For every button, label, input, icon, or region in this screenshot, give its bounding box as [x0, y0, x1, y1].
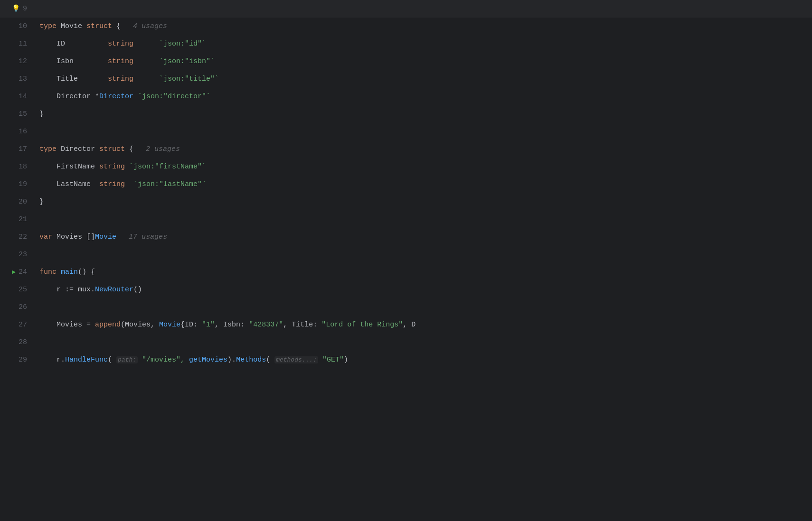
code-line: 10type Movie struct { 4 usages [0, 18, 812, 35]
code-token: Movies [52, 233, 86, 241]
code-token: Movie [95, 233, 116, 241]
code-token: `json:"title"` [159, 75, 219, 83]
code-token: struct [99, 145, 125, 153]
line-content: FirstName string `json:"firstName"` [36, 158, 812, 176]
code-token: `json:"director"` [138, 93, 210, 101]
code-token: , D [403, 321, 415, 329]
line-number: 23 [0, 246, 36, 263]
code-line: 26 [0, 298, 812, 316]
code-token: "/movies", [138, 356, 189, 364]
code-token [57, 268, 61, 276]
line-number: 27 [0, 316, 36, 334]
code-area: 💡9 10type Movie struct { 4 usages11 ID s… [0, 0, 812, 521]
code-token: Director [99, 93, 133, 101]
line-content: ID string `json:"id"` [36, 35, 812, 53]
code-line: ▶24func main() { [0, 263, 812, 281]
line-content: func main() { [36, 263, 812, 281]
code-token [133, 40, 159, 48]
code-token: Movie [159, 321, 180, 329]
line-number: 18 [0, 158, 36, 176]
code-token: string [108, 57, 133, 65]
code-token: getMovies [189, 356, 227, 364]
line-number: 20 [0, 193, 36, 211]
code-token: "Lord of the Rings" [321, 321, 403, 329]
bulb-icon: 💡 [12, 0, 20, 18]
code-editor: 💡9 10type Movie struct { 4 usages11 ID s… [0, 0, 812, 521]
code-token: FirstName [39, 163, 99, 171]
code-token: 4 usages [124, 22, 167, 30]
code-token: { [112, 22, 121, 30]
code-token [133, 57, 159, 65]
code-token: } [39, 110, 44, 118]
line-number: 22 [0, 228, 36, 246]
code-token [125, 180, 133, 188]
code-token: {ID: [180, 321, 202, 329]
line-number: 26 [0, 298, 36, 316]
code-token: Movie [57, 22, 86, 30]
line-content [36, 334, 812, 351]
code-token: var [39, 233, 52, 241]
line-number: 29 [0, 351, 36, 369]
line-content [36, 298, 812, 316]
code-token: NewRouter [95, 286, 133, 294]
code-token: func [39, 268, 57, 276]
code-line: 29 r.HandleFunc( path: "/movies", getMov… [0, 351, 812, 369]
line-content: r := mux.NewRouter() [36, 281, 812, 298]
line-content [36, 123, 812, 140]
code-token [125, 163, 129, 171]
code-line: 21 [0, 211, 812, 228]
line-number: ▶24 [0, 263, 36, 281]
code-token: ( [266, 356, 274, 364]
code-token: () { [78, 268, 95, 276]
code-line: 28 [0, 334, 812, 351]
line-number: 16 [0, 123, 36, 140]
line-content [36, 246, 812, 263]
line-number: 13 [0, 70, 36, 88]
line-number: 15 [0, 105, 36, 123]
code-line: 20} [0, 193, 812, 211]
code-line: 💡9 [0, 0, 812, 18]
code-token [133, 75, 159, 83]
code-line: 15} [0, 105, 812, 123]
line-number: 17 [0, 140, 36, 158]
code-token: ). [227, 356, 236, 364]
code-token: type [39, 22, 57, 30]
code-token: 2 usages [142, 145, 180, 153]
line-content: Director *Director `json:"director"` [36, 88, 812, 105]
line-content [36, 0, 812, 18]
line-content: Title string `json:"title"` [36, 70, 812, 88]
line-content: } [36, 193, 812, 211]
code-token: "GET" [318, 356, 344, 364]
line-number: 28 [0, 334, 36, 351]
line-number: 21 [0, 211, 36, 228]
code-token: path: [116, 356, 138, 363]
code-token: ( [108, 356, 116, 364]
line-number: 11 [0, 35, 36, 53]
run-icon[interactable]: ▶ [12, 263, 16, 281]
line-content: type Director struct { 2 usages [36, 140, 812, 158]
code-token: string [108, 40, 133, 48]
line-content: r.HandleFunc( path: "/movies", getMovies… [36, 351, 812, 369]
code-token: string [108, 75, 133, 83]
line-content: var Movies []Movie 17 usages [36, 228, 812, 246]
line-content: LastName string `json:"lastName"` [36, 176, 812, 193]
code-token: { [125, 145, 138, 153]
line-number: 19 [0, 176, 36, 193]
code-token: methods...: [274, 356, 318, 363]
line-number: 25 [0, 281, 36, 298]
line-number: 💡9 [0, 0, 36, 18]
code-token: Director [57, 145, 99, 153]
code-token: * [95, 93, 99, 101]
line-number: 14 [0, 88, 36, 105]
line-number: 12 [0, 53, 36, 70]
code-token: struct [86, 22, 112, 30]
line-content [36, 211, 812, 228]
code-line: 14 Director *Director `json:"director"` [0, 88, 812, 105]
line-content: Isbn string `json:"isbn"` [36, 53, 812, 70]
code-token: ID [39, 40, 108, 48]
line-content: Movies = append(Movies, Movie{ID: "1", I… [36, 316, 812, 334]
code-token: HandleFunc [65, 356, 108, 364]
code-line: 11 ID string `json:"id"` [0, 35, 812, 53]
code-token: type [39, 145, 57, 153]
code-token: `json:"id"` [159, 40, 206, 48]
